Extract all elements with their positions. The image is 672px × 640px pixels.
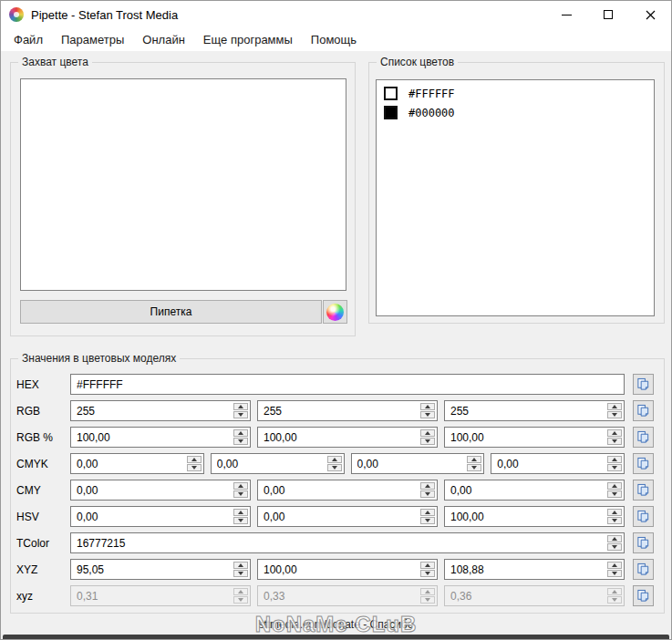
color-list-item[interactable]: #000000 <box>377 103 654 122</box>
menu-item[interactable]: Онлайн <box>133 29 194 50</box>
spin-up-button[interactable] <box>420 562 435 569</box>
spin-down-button[interactable] <box>607 464 622 471</box>
value-input[interactable] <box>445 560 624 579</box>
spin-down-button[interactable] <box>233 570 248 577</box>
minimize-button[interactable] <box>545 1 587 28</box>
value-row: CMY <box>16 480 654 501</box>
spin-up-button[interactable] <box>607 535 622 542</box>
spin-down-button[interactable] <box>420 438 435 445</box>
value-input[interactable] <box>71 507 250 526</box>
value-row-label: HSV <box>16 511 70 523</box>
spin-down-button[interactable] <box>187 464 202 471</box>
value-input[interactable] <box>258 428 437 447</box>
maximize-button[interactable] <box>587 1 629 28</box>
copy-icon <box>636 510 650 523</box>
spin-down-button[interactable] <box>233 438 248 445</box>
spin-down-button[interactable] <box>420 596 435 604</box>
copy-button[interactable] <box>633 506 654 527</box>
spin-down-button[interactable] <box>233 517 248 524</box>
spin-up-button[interactable] <box>607 429 622 437</box>
capture-area[interactable] <box>20 78 346 291</box>
menu-item[interactable]: Помощь <box>302 29 366 50</box>
bottom-edge-bar <box>3 635 669 640</box>
copy-button[interactable] <box>633 427 654 448</box>
spin-down-button[interactable] <box>607 438 622 445</box>
spin-down-button[interactable] <box>607 517 622 524</box>
menu-item[interactable]: Параметры <box>52 29 133 50</box>
spin-up-button[interactable] <box>607 456 622 463</box>
color-list-item[interactable]: #FFFFFF <box>377 84 654 103</box>
spin-up-button[interactable] <box>327 456 342 463</box>
spin-up-button[interactable] <box>420 429 435 437</box>
value-input[interactable] <box>491 454 624 473</box>
value-input[interactable] <box>71 375 624 394</box>
spin-up-button[interactable] <box>233 403 248 410</box>
spin-up-button[interactable] <box>233 482 248 490</box>
pipette-button[interactable]: Пипетка <box>20 300 322 324</box>
spin-up-button[interactable] <box>233 429 248 437</box>
color-wheel-button[interactable] <box>323 300 347 324</box>
spin-up-button[interactable] <box>233 588 248 595</box>
copy-button[interactable] <box>633 585 654 606</box>
menu-item[interactable]: Файл <box>5 29 52 50</box>
spin-down-button[interactable] <box>420 570 435 577</box>
spin-up-button[interactable] <box>607 482 622 490</box>
spin-down-button[interactable] <box>607 411 622 418</box>
spin-down-button[interactable] <box>420 411 435 418</box>
value-input[interactable] <box>71 401 250 420</box>
value-input[interactable] <box>445 401 624 420</box>
spin-down-button[interactable] <box>327 464 342 471</box>
spin-down-button[interactable] <box>233 490 248 498</box>
spin-down-button[interactable] <box>607 543 622 551</box>
spin-up-button[interactable] <box>420 403 435 410</box>
copy-button[interactable] <box>633 559 654 580</box>
value-input[interactable] <box>71 533 624 552</box>
value-field <box>257 585 438 606</box>
copy-button[interactable] <box>633 400 654 421</box>
spin-down-button[interactable] <box>607 570 622 577</box>
copy-button[interactable] <box>633 374 654 395</box>
spin-up-button[interactable] <box>607 562 622 569</box>
value-input[interactable] <box>352 454 484 473</box>
value-input[interactable] <box>71 454 203 473</box>
spin-down-button[interactable] <box>420 517 435 524</box>
copy-button[interactable] <box>633 532 654 553</box>
value-input[interactable] <box>258 480 437 500</box>
spin-down-button[interactable] <box>420 490 435 498</box>
color-listbox[interactable]: #FFFFFF#000000 <box>376 79 655 316</box>
spin-up-button[interactable] <box>607 588 622 595</box>
spin-down-button[interactable] <box>467 464 481 471</box>
spin-up-button[interactable] <box>607 509 622 516</box>
value-input[interactable] <box>445 428 624 447</box>
spin-up-button[interactable] <box>420 482 435 490</box>
spin-up-button[interactable] <box>420 509 435 516</box>
close-button[interactable] <box>629 1 671 28</box>
capture-group-title: Захват цвета <box>18 56 92 68</box>
spin-up-button[interactable] <box>187 456 202 463</box>
spin-up-button[interactable] <box>233 562 248 569</box>
arrow-down-icon <box>612 519 617 522</box>
copy-button[interactable] <box>633 453 654 474</box>
value-input[interactable] <box>258 507 437 526</box>
spin-down-button[interactable] <box>607 490 622 498</box>
donate-link[interactable]: sttmedia.com/donate - Спасибо <box>258 618 413 631</box>
copy-button[interactable] <box>633 480 654 501</box>
value-input[interactable] <box>71 428 250 447</box>
value-input[interactable] <box>258 560 437 579</box>
spin-down-button[interactable] <box>607 596 622 604</box>
value-input[interactable] <box>445 480 624 500</box>
value-input[interactable] <box>71 480 250 500</box>
spin-up-button[interactable] <box>420 588 435 595</box>
spin-down-button[interactable] <box>233 411 248 418</box>
spin-up-button[interactable] <box>233 509 248 516</box>
spin-up-button[interactable] <box>607 403 622 410</box>
menu-item[interactable]: Еще программы <box>194 29 302 50</box>
value-input[interactable] <box>258 401 437 420</box>
value-input[interactable] <box>71 560 250 579</box>
spinner <box>420 562 435 577</box>
arrow-up-icon <box>425 405 430 408</box>
value-input[interactable] <box>445 507 624 526</box>
spin-up-button[interactable] <box>467 456 481 463</box>
spin-down-button[interactable] <box>233 596 248 604</box>
value-input[interactable] <box>212 454 344 473</box>
